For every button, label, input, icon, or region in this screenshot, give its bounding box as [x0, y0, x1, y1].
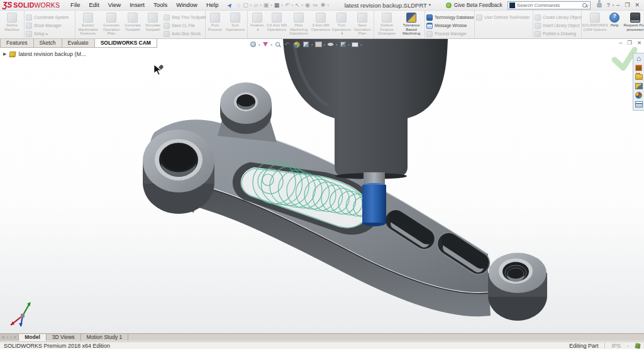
previous-view-icon[interactable]: ↶ — [283, 40, 291, 48]
technology-database-button[interactable]: Technology Database — [426, 13, 474, 21]
cam-options-button[interactable]: SOLIDWORKS CAM Options — [582, 11, 608, 31]
menu-insert[interactable]: Insert — [125, 0, 149, 10]
select-icon[interactable]: ↖ — [295, 2, 300, 8]
zoom-to-area-icon[interactable] — [274, 40, 282, 48]
feature-caret-icon[interactable]: ▾ — [257, 28, 259, 32]
tree-expand-icon[interactable]: ▶ — [3, 52, 6, 57]
step-thru-toolpath-button[interactable]: Step Thru Toolpath — [163, 13, 204, 21]
tab-motion-study-1[interactable]: Motion Study 1 — [81, 334, 129, 341]
feature-button[interactable]: Feature▾ — [248, 11, 266, 31]
view-palette-icon[interactable] — [635, 82, 643, 90]
create-library-object-button[interactable]: Create Library Object — [534, 13, 580, 21]
tab-features[interactable]: Features — [0, 39, 34, 48]
save-icon[interactable]: ▣ — [264, 2, 269, 8]
custom-properties-icon[interactable] — [635, 101, 643, 108]
display-style-icon[interactable] — [302, 40, 310, 48]
resources-home-icon[interactable]: ⌂ — [635, 55, 643, 62]
view-orientation-icon[interactable] — [339, 40, 347, 48]
sort-operations-button[interactable]: Sort Operations — [224, 11, 247, 31]
viewport-3d-scene[interactable] — [0, 39, 644, 333]
generate-operation-plan-button[interactable]: Generate Operation Plan — [100, 11, 123, 36]
generate-toolpath-button[interactable]: Generate Toolpath — [123, 11, 143, 31]
tab-nav-last-icon[interactable]: » — [14, 335, 16, 340]
tree-root-item[interactable]: latest revision backup (M... — [18, 51, 86, 57]
tab-nav-next-icon[interactable]: › — [10, 335, 12, 340]
coordinate-system-button[interactable]: Coordinate System — [25, 13, 74, 21]
file-properties-icon[interactable]: ≔ — [313, 2, 318, 8]
25-axis-mill-operations-button[interactable]: 2.5 Axis Mill Operations — [266, 11, 287, 31]
unit-system-caret[interactable]: - — [627, 343, 629, 349]
pin-menu-icon[interactable]: ➤ — [225, 1, 234, 9]
doc-close-button[interactable]: ✕ — [637, 40, 641, 46]
menu-tools[interactable]: Tools — [149, 0, 172, 10]
publish-e-drawing-button[interactable]: Publish e-Drawing — [534, 30, 580, 38]
section-view-icon[interactable] — [262, 40, 270, 48]
turn-operations-caret-icon[interactable]: ▾ — [341, 31, 343, 36]
user-defined-tool-holder-button[interactable]: User Defined Tool/Holder — [475, 13, 532, 21]
menu-help[interactable]: Help — [202, 0, 223, 10]
restore-button[interactable]: ❐ — [622, 2, 632, 8]
save-cl-file-button[interactable]: Save CL File — [163, 21, 204, 30]
menu-view[interactable]: View — [104, 0, 125, 10]
insert-library-object-button[interactable]: Insert Library Object — [534, 21, 580, 30]
open-icon[interactable]: ▱ — [253, 2, 258, 8]
rebuild-icon[interactable]: ◉ — [305, 2, 310, 8]
default-feature-strategies-button[interactable]: Default Feature Strategies — [375, 11, 399, 36]
minimize-button[interactable]: – — [614, 2, 622, 8]
setup-caret-icon[interactable]: ▾ — [46, 32, 48, 36]
setup-button[interactable]: Setup▾ — [25, 30, 74, 38]
tab-3d-views[interactable]: 3D Views — [47, 334, 81, 341]
define-machine-button[interactable]: Define Machine — [1, 11, 23, 31]
view-settings-icon[interactable] — [351, 40, 359, 48]
tab-nav-prev-icon[interactable]: ‹ — [6, 335, 8, 340]
tab-evaluate[interactable]: Evaluate — [62, 39, 95, 48]
graphics-viewport[interactable]: ▾ ▾ ↶ ▾ ▾ ▾ ▾ ▾ – ❐ ✕ ⌂ ▶ — [0, 39, 644, 333]
doc-minimize-button[interactable]: – — [619, 40, 623, 46]
message-window-button[interactable]: Message Window — [426, 21, 474, 30]
edit-appearance-icon[interactable] — [292, 40, 301, 48]
beta-feedback-button[interactable]: Give Beta Feedback — [446, 2, 502, 8]
undo-icon[interactable]: ↶ — [285, 2, 290, 8]
zoom-to-fit-icon[interactable] — [249, 40, 257, 48]
close-button[interactable]: ✕ — [632, 2, 642, 8]
hole-machining-operations-button[interactable]: Hole Machining Operations — [287, 11, 310, 36]
apply-scene-icon[interactable] — [314, 40, 323, 48]
design-library-icon[interactable] — [635, 64, 643, 72]
hide-show-items-icon[interactable] — [326, 40, 335, 48]
home-icon[interactable]: ⌂ — [237, 2, 240, 8]
menu-window[interactable]: Window — [172, 0, 202, 10]
reference-triad[interactable] — [11, 302, 30, 326]
save-operation-plan-button[interactable]: Save Operation Plan — [352, 11, 373, 36]
tab-sketch[interactable]: Sketch — [33, 39, 62, 48]
extract-machinable-features-button[interactable]: Extract Machinable Features — [76, 11, 100, 36]
tab-model[interactable]: Model — [19, 334, 47, 341]
search-magnifier-icon[interactable] — [582, 3, 587, 8]
3-axis-mill-operations-button[interactable]: 3 Axis Mill Operations — [310, 11, 331, 31]
doc-restore-button[interactable]: ❐ — [627, 40, 632, 46]
file-explorer-icon[interactable] — [635, 73, 643, 80]
request-post-processor-button[interactable]: Request Post processor — [621, 11, 644, 31]
login-user-icon[interactable] — [597, 3, 602, 8]
confirmation-check-icon[interactable] — [614, 50, 635, 68]
tab-nav-first-icon[interactable]: « — [2, 335, 4, 340]
simulate-toolpath-button[interactable]: Simulate Toolpath — [143, 11, 163, 31]
options-icon[interactable]: ✱ — [321, 2, 326, 8]
menu-file[interactable]: File — [66, 0, 84, 10]
auto-size-stock-button[interactable]: Auto-Size Stock — [163, 30, 204, 38]
print-icon[interactable]: ▦ — [274, 2, 280, 8]
stock-manager-button[interactable]: Stock Manager — [25, 21, 74, 30]
tab-solidworks-cam[interactable]: SOLIDWORKS CAM — [94, 39, 157, 48]
search-input[interactable] — [517, 3, 582, 8]
help-button[interactable]: ? — [604, 2, 613, 8]
post-process-button[interactable]: Post Process — [206, 11, 224, 31]
new-document-icon[interactable]: ▢ — [243, 2, 248, 8]
turn-operations-button[interactable]: Turn Operations▾ — [331, 11, 352, 36]
search-commands-box[interactable]: ▾ — [508, 1, 591, 9]
menu-edit[interactable]: Edit — [84, 0, 103, 10]
tolerance-based-machining-button[interactable]: Tolerance Based Machining — [399, 11, 424, 36]
process-manager-button[interactable]: Process Manager — [426, 30, 474, 38]
appearances-scenes-icon[interactable] — [635, 91, 643, 99]
custom-properties-tag-icon[interactable] — [635, 343, 640, 348]
help-ribbon-button[interactable]: Help — [608, 11, 621, 28]
unit-system-selector[interactable]: IPS — [611, 343, 621, 349]
